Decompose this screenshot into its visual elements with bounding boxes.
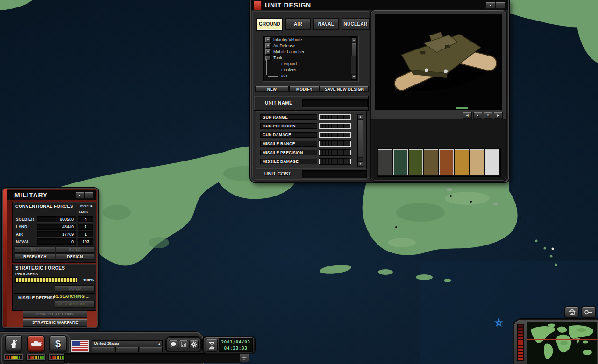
statistics-button[interactable]: [179, 340, 188, 349]
section-header: STRATEGIC FORCES: [15, 266, 65, 271]
force-rank: 4: [78, 216, 93, 222]
communication-toolbar: [166, 337, 201, 352]
design-button[interactable]: DESIGN: [56, 253, 94, 260]
scroll-up-icon[interactable]: ▲: [351, 38, 356, 43]
force-row: AIR 17709 1: [13, 231, 96, 238]
tank-icon: [29, 339, 43, 349]
viewport-scroll-indicator[interactable]: [456, 107, 468, 109]
minimap[interactable]: [527, 322, 597, 364]
color-swatch[interactable]: [455, 149, 469, 175]
economy-button[interactable]: $: [49, 335, 67, 353]
chat-input[interactable]: [64, 353, 241, 363]
buy-button[interactable]: BUY: [15, 246, 55, 253]
tree-item-child[interactable]: LeClerc: [265, 67, 358, 73]
color-swatch[interactable]: [424, 149, 438, 175]
save-new-design-button[interactable]: SAVE NEW DESIGN: [320, 86, 369, 92]
missile-precision-slider[interactable]: [319, 150, 351, 155]
unit-design-window: UNIT DESIGN ▪ → GROUND AIR NAVAL NUCLEAR…: [250, 0, 509, 182]
close-arrow-button[interactable]: →: [85, 192, 94, 199]
stat-label: MISSILE DAMAGE: [260, 159, 317, 164]
force-row: LAND 48449 1: [13, 224, 96, 230]
scrollbar-thumb[interactable]: [351, 43, 356, 56]
scroll-down-icon[interactable]: ▼: [351, 74, 356, 79]
zoom-key-button[interactable]: [581, 306, 596, 318]
crosshair-horizontal: [527, 339, 597, 340]
stats-scrollbar[interactable]: ▲ ▼: [357, 114, 363, 167]
strategic-warfare-button[interactable]: STRATEGIC WARFARE: [23, 319, 87, 327]
settings-button[interactable]: [189, 340, 199, 349]
tab-naval[interactable]: NAVAL: [313, 18, 339, 30]
rotate-left-icon[interactable]: ◀: [463, 112, 472, 119]
game-time: 04:33:33: [219, 345, 252, 351]
color-swatch[interactable]: [378, 149, 392, 175]
rotate-down-icon[interactable]: ▼: [484, 112, 492, 119]
new-button[interactable]: NEW: [255, 86, 289, 92]
politics-approval-meter: [4, 354, 23, 360]
military-titlebar[interactable]: MILITARY ▪ →: [7, 190, 96, 200]
unit-name-input[interactable]: [302, 99, 368, 107]
progress-label: PROGRESS: [15, 272, 38, 276]
military-button[interactable]: [27, 335, 45, 353]
expand-icon[interactable]: +: [265, 43, 271, 49]
tab-air[interactable]: AIR: [285, 18, 311, 30]
home-button[interactable]: [564, 306, 579, 318]
unit-design-titlebar[interactable]: UNIT DESIGN ▪ →: [251, 0, 508, 10]
color-swatch[interactable]: [439, 149, 454, 175]
progress-percent: 100%: [83, 278, 94, 282]
scroll-up-icon[interactable]: ▲: [358, 114, 363, 119]
missile-range-slider[interactable]: [319, 141, 351, 147]
tree-item[interactable]: + Mobile Launcher: [265, 49, 358, 55]
country-selector[interactable]: United States ▲: [92, 340, 163, 346]
tree-connector: [266, 59, 267, 75]
tab-ground[interactable]: GROUND: [256, 18, 283, 30]
expand-icon[interactable]: +: [265, 37, 271, 42]
force-value: 48449: [37, 224, 76, 230]
tree-item-child[interactable]: Leopard 1: [265, 61, 358, 67]
window-title: UNIT DESIGN: [265, 1, 311, 9]
gun-range-slider[interactable]: [319, 114, 351, 120]
chat-button[interactable]: [169, 340, 178, 349]
chat-options-button[interactable]: [239, 353, 249, 362]
rotate-right-icon[interactable]: ▶: [494, 112, 503, 119]
tree-item[interactable]: - Tank: [265, 55, 358, 61]
expand-icon[interactable]: +: [265, 49, 271, 55]
modify-button[interactable]: MODIFY: [289, 86, 320, 92]
missile-defense-research-button[interactable]: RESEARCHING ...: [55, 301, 95, 308]
covert-actions-button[interactable]: COVERT ACTIONS: [23, 310, 87, 318]
country-info-cells: [92, 347, 163, 352]
capital-star-marker[interactable]: ★: [493, 316, 504, 329]
force-value: 860580: [37, 216, 76, 222]
color-swatch[interactable]: [393, 149, 408, 175]
more-link[interactable]: more ►: [80, 204, 93, 208]
strategic-build-button[interactable]: BUILD: [55, 285, 95, 292]
unit-stats-panel: GUN RANGE GUN PRECISION GUN DAMAGE MISSI…: [256, 111, 366, 169]
tree-item-child[interactable]: K-1: [265, 73, 358, 79]
stat-label: MISSILE RANGE: [260, 141, 317, 147]
tree-item[interactable]: + Infantry Vehicle: [265, 37, 358, 42]
tree-scrollbar[interactable]: ▲ ▼: [351, 37, 357, 80]
time-control-button[interactable]: [206, 339, 218, 352]
home-icon: [569, 309, 576, 315]
tank-model: [382, 19, 499, 103]
missile-damage-slider[interactable]: [319, 159, 351, 164]
build-button[interactable]: BUILD: [56, 246, 94, 253]
rotate-up-icon[interactable]: ▲: [473, 112, 482, 119]
podium-speaker-icon: [8, 339, 19, 349]
gun-precision-slider[interactable]: [319, 123, 351, 129]
model-viewport[interactable]: [375, 14, 502, 110]
scrollbar-thumb[interactable]: [358, 119, 363, 158]
scroll-down-icon[interactable]: ▼: [358, 161, 363, 167]
color-swatch[interactable]: [485, 149, 499, 175]
minimize-button[interactable]: ▪: [75, 192, 84, 199]
stat-label: MISSILE PRECISION: [260, 150, 317, 155]
color-swatch[interactable]: [470, 149, 484, 175]
gun-damage-slider[interactable]: [319, 132, 351, 138]
color-swatch[interactable]: [409, 149, 423, 175]
politics-button[interactable]: [5, 335, 22, 353]
tree-item[interactable]: + Air Defense: [265, 43, 358, 49]
close-arrow-button[interactable]: →: [496, 2, 505, 9]
minimize-button[interactable]: ▪: [485, 2, 495, 9]
unit-name-label: UNIT NAME: [265, 100, 292, 105]
research-button[interactable]: RESEARCH: [15, 253, 55, 260]
tab-nuclear[interactable]: NUCLEAR: [342, 18, 370, 30]
